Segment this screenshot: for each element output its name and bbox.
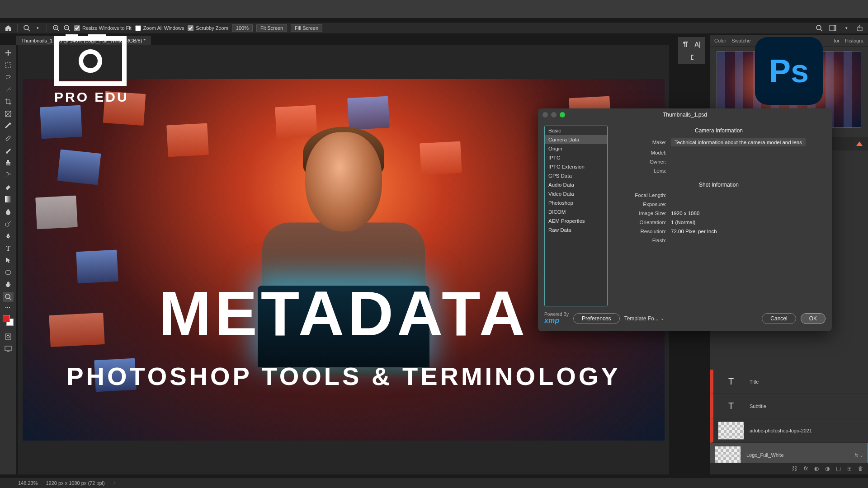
wand-tool-icon[interactable] (3, 84, 14, 94)
dodge-tool-icon[interactable] (3, 219, 14, 229)
pen-tool-icon[interactable] (3, 231, 14, 241)
category-item[interactable]: GPS Data (545, 171, 607, 180)
svg-line-1 (28, 29, 30, 31)
resize-windows-checkbox[interactable]: Resize Windows to Fit (74, 25, 132, 31)
tools-panel: ••• (0, 45, 16, 474)
tab-color[interactable]: Color (714, 38, 726, 43)
adjustment-layer-icon[interactable]: ◑ (825, 465, 830, 472)
scrubby-zoom-checkbox[interactable]: Scrubby Zoom (188, 25, 228, 31)
paragraph-panel-icon[interactable] (681, 39, 691, 49)
status-zoom[interactable]: 148.23% (18, 480, 38, 486)
preferences-button[interactable]: Preferences (573, 313, 620, 324)
fill-screen-button[interactable]: Fill Screen (291, 24, 322, 32)
focal-label: Focal Length: (617, 192, 666, 198)
chevron-down-icon[interactable]: ▾ (843, 24, 850, 32)
gradient-tool-icon[interactable] (3, 194, 14, 204)
file-info-dialog: Thumbnails_1.psd BasicCamera DataOriginI… (538, 108, 832, 331)
proedu-text: PRO EDU (54, 89, 129, 105)
orient-label: Orientation: (617, 220, 666, 225)
path-select-tool-icon[interactable] (3, 255, 14, 265)
home-icon[interactable] (5, 24, 12, 32)
layers-panel: TTitleTSubtitleadobe-photoshop-logo-2021… (710, 370, 868, 474)
cancel-button[interactable]: Cancel (762, 313, 796, 324)
share-icon[interactable] (856, 24, 863, 32)
zoom-in-icon[interactable] (52, 24, 60, 32)
svg-point-0 (24, 25, 28, 30)
layer-thumbnail[interactable]: T (718, 373, 744, 391)
move-tool-icon[interactable] (3, 48, 14, 58)
layer-style-icon[interactable]: fx (804, 465, 808, 472)
zoom-out-icon[interactable] (63, 24, 71, 32)
zoom-tool-icon[interactable] (23, 24, 30, 32)
category-item[interactable]: Photoshop (545, 198, 607, 207)
make-value[interactable]: Technical information about the camera m… (671, 138, 806, 146)
category-item[interactable]: Basic (545, 126, 607, 135)
layer-name[interactable]: Logo_Full_White (746, 452, 784, 458)
category-item[interactable]: Camera Data (545, 135, 607, 144)
layer-row[interactable]: adobe-photoshop-logo-2021 (710, 418, 868, 443)
status-chevron-icon[interactable]: 〉 (113, 480, 118, 486)
layer-fx-badge[interactable]: fx ⌄ (854, 453, 863, 458)
link-layers-icon[interactable]: ⛓ (792, 465, 797, 472)
template-dropdown[interactable]: Template Fo...⌄ (624, 315, 664, 322)
slider-handle-icon[interactable] (856, 141, 863, 146)
ok-button[interactable]: OK (801, 313, 826, 324)
marquee-tool-icon[interactable] (3, 60, 14, 70)
type-tool-icon[interactable] (3, 243, 14, 253)
more-tools-icon[interactable]: ••• (5, 305, 10, 309)
zoom-all-label: Zoom All Windows (143, 25, 184, 31)
layer-mask-icon[interactable]: ◐ (814, 465, 819, 472)
layer-name[interactable]: Title (750, 379, 759, 385)
eyedropper-tool-icon[interactable] (3, 121, 14, 131)
search-icon[interactable] (816, 24, 823, 32)
color-swatches[interactable] (3, 315, 14, 326)
frame-tool-icon[interactable] (3, 109, 14, 119)
hand-tool-icon[interactable] (3, 280, 14, 290)
layer-name[interactable]: Subtitle (750, 404, 766, 409)
fit-screen-button[interactable]: Fit Screen (256, 24, 287, 32)
zoom-100-button[interactable]: 100% (232, 24, 253, 32)
quickmask-icon[interactable] (3, 332, 14, 342)
category-item[interactable]: IPTC (545, 153, 607, 162)
category-item[interactable]: DICOM (545, 207, 607, 216)
eraser-tool-icon[interactable] (3, 182, 14, 192)
category-item[interactable]: IPTC Extension (545, 162, 607, 171)
blur-tool-icon[interactable] (3, 206, 14, 216)
healing-tool-icon[interactable] (3, 133, 14, 143)
category-item[interactable]: AEM Properties (545, 216, 607, 225)
category-item[interactable]: Video Data (545, 189, 607, 198)
layer-thumbnail[interactable]: T (718, 397, 744, 415)
workspace-icon[interactable] (829, 24, 836, 32)
lasso-tool-icon[interactable] (3, 72, 14, 82)
chevron-down-icon[interactable]: ▾ (34, 24, 41, 32)
new-layer-icon[interactable]: ⊞ (847, 465, 852, 472)
category-item[interactable]: Origin (545, 144, 607, 153)
delete-layer-icon[interactable]: 🗑 (858, 465, 863, 472)
stamp-tool-icon[interactable] (3, 158, 14, 168)
group-icon[interactable]: ▢ (836, 465, 841, 472)
tab-swatches[interactable]: Swatche (731, 38, 750, 43)
layer-thumbnail[interactable] (715, 446, 741, 464)
glyph-panel-icon[interactable] (687, 52, 697, 62)
dialog-titlebar[interactable]: Thumbnails_1.psd (538, 108, 832, 121)
layers-footer: ⛓ fx ◐ ◑ ▢ ⊞ 🗑 (710, 463, 868, 474)
zoom-all-checkbox[interactable]: Zoom All Windows (135, 25, 184, 31)
category-item[interactable]: Raw Data (545, 225, 607, 235)
shape-tool-icon[interactable] (3, 267, 14, 277)
crop-tool-icon[interactable] (3, 97, 14, 107)
character-panel-icon[interactable]: A| (693, 39, 703, 49)
photoshop-logo: Ps (755, 37, 823, 105)
screenmode-icon[interactable] (3, 344, 14, 354)
tab-histogram[interactable]: Histogra (845, 38, 863, 43)
layer-row[interactable]: TSubtitle (710, 394, 868, 418)
tab-navigator[interactable]: tor (834, 38, 840, 43)
category-item[interactable]: Audio Data (545, 180, 607, 189)
zoom-tool-icon[interactable] (3, 292, 14, 302)
imgsize-label: Image Size: (617, 211, 666, 216)
layer-thumbnail[interactable] (718, 422, 744, 440)
brush-tool-icon[interactable] (3, 145, 14, 155)
history-brush-tool-icon[interactable] (3, 170, 14, 180)
layer-row[interactable]: TTitle (710, 370, 868, 394)
layer-name[interactable]: adobe-photoshop-logo-2021 (750, 428, 812, 433)
svg-point-26 (7, 335, 9, 338)
